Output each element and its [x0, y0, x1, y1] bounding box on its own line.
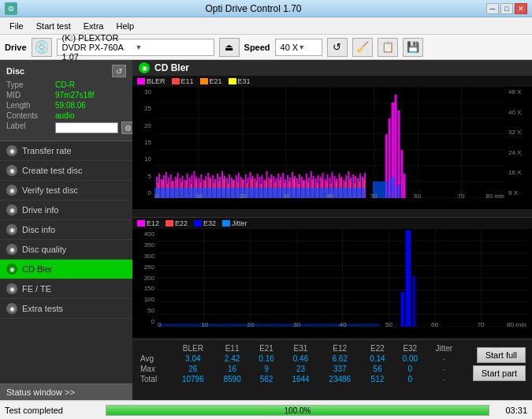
row-avg-jitter: -	[426, 354, 462, 364]
y-label-0: 0	[132, 189, 153, 196]
speed-select[interactable]: 40 X ▼	[275, 39, 322, 56]
legend-e31-color	[229, 78, 236, 84]
y2-400: 400	[132, 230, 156, 238]
disc-info-icon: ◉	[6, 224, 17, 235]
row-max-e21: 9	[250, 364, 282, 374]
disc-contents-val: audio	[55, 111, 74, 120]
statusbar: Test completed 100.0% 03:31	[0, 400, 532, 419]
maximize-button[interactable]: □	[500, 3, 513, 14]
speed-value: 40 X	[281, 43, 299, 52]
disc-mid-row: MID 97m27s18f	[6, 91, 126, 99]
status-window-button[interactable]: Status window >>	[0, 383, 132, 400]
menu-file[interactable]: File	[3, 20, 30, 32]
row-max-bler: 26	[172, 364, 214, 374]
progress-label: 100.0%	[106, 406, 489, 415]
sidebar-item-fe-te[interactable]: ◉ FE / TE	[0, 279, 132, 299]
legend-e12-label: E12	[147, 219, 159, 227]
col-header-e22: E22	[361, 343, 393, 354]
disc-refresh-button[interactable]: ↺	[112, 65, 126, 77]
label-input[interactable]	[55, 122, 118, 133]
app-icon: ⊙	[5, 2, 17, 15]
table-row-max: Max 26 16 9 23 337 56 0 -	[137, 364, 462, 374]
svg-text:0: 0	[158, 321, 162, 327]
legend-e22: E22	[166, 219, 188, 227]
svg-text:10: 10	[195, 193, 203, 198]
row-total-e31: 1644	[283, 374, 319, 384]
disc-label-key: Label	[6, 122, 55, 134]
legend-e32-label: E32	[203, 219, 216, 227]
svg-text:50: 50	[385, 321, 393, 327]
col-header-e32: E32	[394, 343, 426, 354]
copy-button[interactable]: 📋	[378, 38, 398, 57]
drive-dropdown-arrow: ▼	[136, 43, 209, 51]
start-full-button[interactable]: Start full	[477, 347, 526, 363]
verify-test-disc-icon: ◉	[6, 185, 17, 196]
y2-200: 200	[132, 275, 156, 282]
sidebar-item-cd-bler[interactable]: ◉ CD Bler	[0, 260, 132, 279]
start-part-button[interactable]: Start part	[473, 365, 526, 381]
legend-e21-label: E21	[210, 77, 222, 85]
disc-length-val: 59:08.06	[55, 101, 86, 110]
row-max-e12: 337	[318, 364, 361, 374]
menu-extra[interactable]: Extra	[77, 20, 110, 32]
svg-rect-187	[400, 292, 404, 327]
row-avg-label: Avg	[137, 354, 172, 364]
svg-rect-109	[398, 110, 400, 198]
y-label-20: 20	[132, 122, 153, 129]
svg-rect-186	[406, 230, 411, 327]
refresh-button[interactable]: ↺	[327, 38, 348, 57]
chart2-svg: 0 10 20 30 40 50 60 70 80 min	[158, 229, 527, 327]
y-label-10: 10	[132, 155, 153, 163]
y-label-25: 25	[132, 105, 153, 112]
eject-button[interactable]: ⏏	[219, 38, 240, 57]
minimize-button[interactable]: ─	[486, 3, 499, 14]
col-header-e12: E12	[318, 343, 361, 354]
drive-label: Drive	[5, 43, 27, 52]
legend-bler: BLER	[137, 77, 166, 85]
chart1-legend: BLER E11 E21 E31	[132, 76, 532, 87]
drive-select-value: (K:) PLEXTOR DVDR PX-760A 1.07	[62, 33, 136, 62]
row-total-label: Total	[137, 374, 172, 384]
svg-text:30: 30	[293, 321, 301, 327]
sidebar-item-disc-info[interactable]: ◉ Disc info	[0, 220, 132, 240]
sidebar-item-create-test-disc[interactable]: ◉ Create test disc	[0, 161, 132, 181]
sidebar-item-drive-info[interactable]: ◉ Drive info	[0, 200, 132, 220]
erase-button[interactable]: 🧹	[352, 38, 373, 57]
disc-mid-val: 97m27s18f	[55, 91, 94, 99]
legend-e11-label: E11	[181, 77, 194, 85]
row-total-e11: 8590	[214, 374, 251, 384]
sidebar-item-disc-quality[interactable]: ◉ Disc quality	[0, 240, 132, 260]
menu-start-test[interactable]: Start test	[30, 20, 77, 32]
yr-40x: 40 X	[507, 109, 532, 116]
save-button[interactable]: 💾	[403, 38, 423, 57]
legend-e11: E11	[172, 77, 194, 85]
row-total-e12: 23486	[318, 374, 361, 384]
disc-quality-icon: ◉	[6, 244, 17, 255]
sidebar-item-verify-test-disc[interactable]: ◉ Verify test disc	[0, 181, 132, 200]
svg-text:40: 40	[339, 321, 347, 327]
create-test-disc-icon: ◉	[6, 165, 17, 176]
disc-label-row: Label ⚙	[6, 122, 126, 134]
yr-32x: 32 X	[507, 129, 532, 136]
legend-e22-color	[166, 220, 173, 226]
sidebar-item-verify-test-disc-label: Verify test disc	[22, 185, 78, 195]
svg-rect-110	[400, 150, 403, 198]
y2-250: 250	[132, 264, 156, 271]
legend-e21: E21	[200, 77, 222, 85]
menu-help[interactable]: Help	[110, 20, 140, 32]
chart1-area: 0 5 10 15 20 25 30 8 X 16 X 24 X 32 X 40…	[132, 87, 532, 209]
drive-icon: 💿	[32, 38, 52, 57]
y2-350: 350	[132, 241, 156, 249]
sidebar-item-extra-tests[interactable]: ◉ Extra tests	[0, 299, 132, 319]
drive-select[interactable]: (K:) PLEXTOR DVDR PX-760A 1.07 ▼	[57, 39, 214, 56]
sidebar-item-transfer-rate[interactable]: ◉ Transfer rate	[0, 141, 132, 161]
sidebar-item-disc-info-label: Disc info	[22, 225, 55, 234]
close-button[interactable]: ✕	[515, 3, 527, 14]
window-controls: ─ □ ✕	[486, 3, 527, 14]
drivebar: Drive 💿 (K:) PLEXTOR DVDR PX-760A 1.07 ▼…	[0, 35, 532, 60]
row-total-e32: 0	[394, 374, 426, 384]
sidebar: Disc ↺ Type CD-R MID 97m27s18f Length 59…	[0, 60, 132, 400]
svg-text:10: 10	[201, 321, 209, 327]
chart1-y-labels-right: 8 X 16 X 24 X 32 X 40 X 48 X	[507, 87, 532, 198]
row-avg-e32: 0.00	[394, 354, 426, 364]
